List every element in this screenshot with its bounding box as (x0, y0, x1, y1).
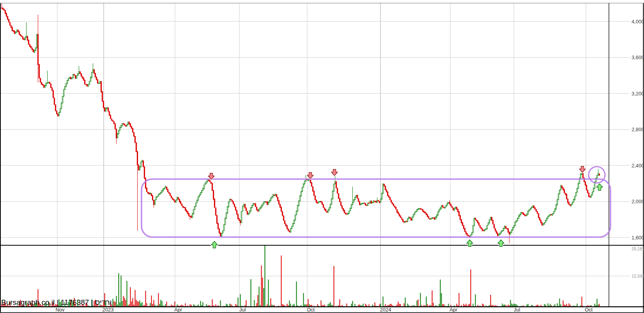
candle (394, 206, 395, 207)
candle-body (288, 229, 288, 231)
candle (51, 87, 52, 91)
candle (588, 193, 589, 197)
candle-body (504, 226, 505, 229)
axis-label: Apr (449, 307, 458, 313)
candle (553, 211, 554, 214)
candle-body (331, 199, 332, 204)
candle (177, 197, 177, 200)
candle-body (236, 210, 237, 214)
candle (68, 78, 69, 81)
candle-body (315, 196, 315, 200)
candle-body (460, 216, 460, 220)
candle (402, 219, 403, 222)
candle-body (172, 198, 173, 199)
candle-body (437, 212, 438, 215)
candle (85, 84, 86, 86)
candle-body (25, 37, 25, 40)
candle-body (302, 187, 303, 191)
candle-body (386, 190, 387, 192)
candle (568, 202, 569, 205)
candle (471, 232, 472, 235)
volume-bar (120, 302, 120, 307)
candle (178, 197, 179, 200)
candle (565, 193, 566, 195)
candle (241, 211, 242, 223)
candle-body (82, 76, 83, 78)
candle-body (365, 204, 366, 205)
candle-body (177, 197, 177, 200)
candle-body (433, 218, 433, 218)
candle-body (95, 73, 96, 77)
candle (109, 111, 110, 116)
candle-body (377, 200, 377, 202)
candles-layer (1, 4, 600, 243)
candle (545, 220, 546, 223)
candle-body (157, 196, 157, 197)
candle (25, 37, 25, 40)
candle-body (585, 182, 586, 185)
candle (64, 86, 65, 90)
candle-body (359, 202, 360, 205)
candle (242, 206, 243, 211)
axis-label: 3,600 (632, 55, 644, 60)
candle-body (163, 189, 163, 191)
candle-body (113, 121, 114, 123)
candle (374, 201, 375, 202)
candle (194, 206, 195, 210)
candle-body (301, 192, 301, 196)
candle-body (159, 193, 160, 195)
sell-signal-down-arrow-icon (331, 169, 338, 176)
candle (122, 123, 122, 127)
candle-body (586, 185, 587, 190)
volume-bar (404, 303, 405, 307)
candle-body (402, 219, 403, 222)
candle-body (37, 34, 38, 65)
candle-body (400, 216, 401, 218)
candle-body (126, 125, 127, 126)
candle-body (35, 48, 36, 50)
candle-body (54, 98, 55, 105)
candle-body (501, 232, 501, 233)
candle (525, 215, 526, 216)
candle-body (167, 189, 168, 192)
candle-body (448, 202, 449, 203)
candle (119, 127, 120, 131)
volume-bar (136, 300, 137, 307)
candle (439, 209, 439, 212)
candle (23, 38, 24, 40)
candle-body (333, 184, 334, 191)
candle (410, 218, 411, 221)
candle-body (76, 76, 77, 78)
candle (28, 39, 29, 45)
candle (593, 188, 594, 193)
candle (92, 63, 93, 73)
volume-bar (126, 300, 126, 307)
candle (312, 186, 313, 192)
candle-body (213, 190, 214, 199)
candle-body (77, 74, 78, 76)
candle (184, 207, 184, 208)
candle-body (358, 199, 359, 201)
candle (495, 228, 495, 232)
volume-bar (127, 281, 127, 307)
candle (283, 215, 284, 221)
candle (360, 203, 361, 205)
candle-body (187, 211, 188, 213)
candle-body (255, 204, 256, 207)
candle (63, 89, 64, 97)
candle (595, 178, 596, 183)
candle-body (304, 181, 305, 184)
candle (294, 220, 294, 224)
candle (216, 215, 217, 224)
candle-body (119, 127, 120, 130)
candle-body (410, 218, 411, 220)
candle (529, 209, 529, 211)
candle-body (221, 233, 222, 236)
candle (191, 216, 191, 218)
candle (203, 185, 204, 189)
candle (111, 118, 112, 121)
bursagraph-chart-window: 4,0003,6003,2002,8002,4002,0001,60025,18… (0, 0, 644, 313)
candle-body (198, 197, 198, 200)
candle (506, 228, 507, 229)
candle-body (9, 22, 10, 25)
